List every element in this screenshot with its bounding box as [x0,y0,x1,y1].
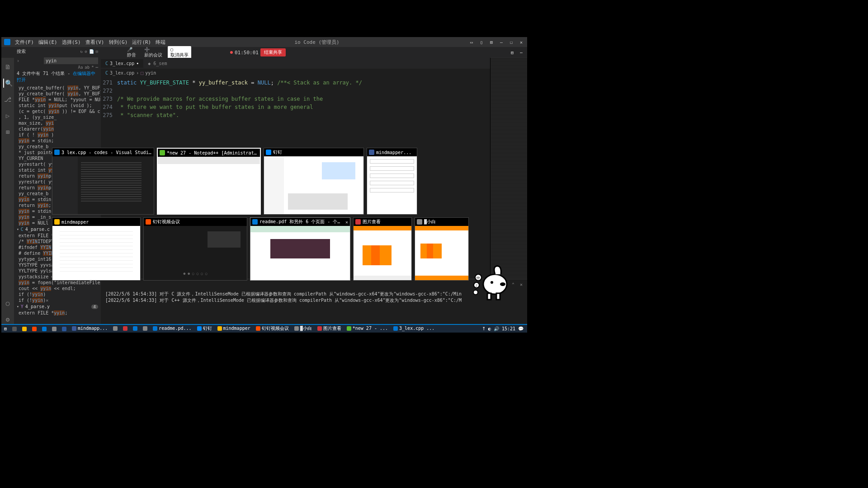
search-result-item[interactable]: yy_create_buffer( yyin, YY_BUF_SIZE ); \ [14,91,101,97]
minimap[interactable] [490,58,527,279]
account-icon[interactable]: ◯ [3,299,12,308]
mute-button[interactable]: 🎤静音 [124,46,139,59]
taskbar-item[interactable]: mindmapp... [69,325,110,333]
menu-view[interactable]: 查看(V) [85,39,104,46]
collapse-icon[interactable]: ⊟ [96,49,98,54]
taskbar-item[interactable] [120,325,130,333]
taskbar-item[interactable]: ⊞ [1,325,9,333]
taskbar-item[interactable] [140,325,150,333]
alttab-thumb[interactable]: readme.pdf 和另外 6 个页面 - 个人 - Mi...✕ [250,217,350,281]
minimize-icon[interactable]: — [498,39,505,45]
search-icon[interactable]: 🔍 [3,79,12,88]
search-result-item[interactable]: , 1, (yy_size_ [14,114,101,120]
taskbar-item[interactable] [59,325,69,333]
search-input[interactable] [44,57,98,64]
share-button[interactable]: ▢取消共享 [168,46,191,59]
alttab-thumb[interactable]: *new 27 - Notepad++ [Administrator] [157,148,261,215]
chevron-right-icon[interactable]: › [17,58,19,63]
taskbar-item[interactable]: mindmapper [215,325,253,333]
taskbar-item[interactable]: 钉钉视频会议 [253,325,292,333]
taskbar-item[interactable] [19,325,29,333]
taskbar-item[interactable] [29,325,39,333]
more-icon[interactable]: ⋯ [96,65,98,70]
search-result-item[interactable]: if (!yyin) [14,291,101,297]
new-file-icon[interactable]: 📄 [89,49,94,54]
gear-icon[interactable]: ⚙ [3,315,12,324]
taskbar-item[interactable] [130,325,140,333]
search-result-item[interactable]: clearerr(yyin [14,126,101,132]
svg-text:中: 中 [476,276,480,280]
split-icon[interactable]: ⊞ [509,49,515,56]
taskbar-item[interactable]: readme.pd... [150,325,194,333]
layout-icon[interactable]: ▭ [468,39,475,45]
menu-file[interactable]: 文件(F) [15,39,34,46]
close-icon[interactable]: ✕ [345,220,348,225]
debug-icon[interactable]: ▷ [3,111,12,120]
tray-icon[interactable]: ⤒ [482,326,486,331]
alttab-thumb[interactable]: 3_lex.cpp - codes - Visual Studio Code..… [52,148,154,215]
breadcrumb[interactable]: C 3_lex.cpp › ⬚ yyin [101,69,490,77]
notification-icon[interactable]: 💬 [518,326,524,331]
menu-run[interactable]: 运行(R) [132,39,151,46]
alttab-thumb[interactable]: mindmapper [52,217,141,281]
taskbar-item[interactable] [39,325,49,333]
alttab-thumb[interactable]: 钉钉视频会议● ● ○ ○ ○ ○ [143,217,247,281]
taskbar-item[interactable]: ▓小白 [292,325,315,333]
menu-edit[interactable]: 编辑(E) [38,39,57,46]
maximize-icon[interactable]: ☐ [508,39,514,45]
taskbar-item[interactable]: 3_lex.cpp ... [391,325,437,333]
explorer-icon[interactable]: 🗎 [3,62,12,71]
taskbar-item[interactable]: *new 27 - ... [344,325,391,333]
search-result-item[interactable]: extern FILE *yyin; [14,310,101,316]
search-result-item[interactable]: static int yyinput (void ); [14,103,101,108]
close-icon[interactable]: ✕ [46,298,48,303]
window-title: io Code (管理员) [295,39,340,46]
taskbar-item[interactable] [9,325,19,333]
search-result-item[interactable]: yy_create_buffer( yyin, YY_BUF_SIZE ); \ [14,85,101,91]
new-meeting-button[interactable]: ➕新的会议 [142,46,165,59]
code-editor[interactable]: 271static YY_BUFFER_STATE * yy_buffer_st… [101,77,490,121]
search-result-item[interactable]: if (!yyin)✕ [14,297,101,303]
search-result-item[interactable]: (c = getc( yyin )) != EOF && c != '\n'; … [14,108,101,114]
tab-3lex[interactable]: C 3_lex.cpp • [101,59,143,68]
search-result-item[interactable]: yyin = stdin; [14,138,101,144]
taskbar-item[interactable]: 钉钉 [194,325,215,333]
search-result-item[interactable]: if ( ! yyin ) [14,132,101,138]
regex-icon[interactable]: * [91,65,94,70]
menu-terminal[interactable]: 终端 [156,39,165,46]
search-result-item[interactable]: FILE *yyin = NULL; *yyout = NULL; [14,97,101,103]
record-dot-icon [230,51,233,54]
close-icon[interactable]: ✕ [520,282,523,287]
search-summary: 4 文件中有 71 个结果 - 在编辑器中打开 [14,70,101,84]
clear-icon[interactable]: ⊘ [85,49,87,54]
layout-icon[interactable]: ⊞ [488,39,495,45]
alttab-thumb[interactable]: 图片查看 [353,217,412,281]
mascot-cartoon: 中 ♪ [470,262,515,307]
alttab-thumb[interactable]: mindmapper... [367,148,417,215]
tray-icon[interactable]: 🔊 [494,326,499,331]
scm-icon[interactable]: ⎇ [3,95,12,104]
menu-selection[interactable]: 选择(S) [62,39,81,46]
search-result-item[interactable]: max_size, yyi [14,120,101,126]
taskbar-item[interactable] [110,325,120,333]
menu-go[interactable]: 转到(G) [109,39,128,46]
tray-icon[interactable]: ◐ [488,326,491,331]
whole-word-icon[interactable]: ab [85,65,90,70]
layout-icon[interactable]: ▯ [478,39,485,45]
close-icon[interactable]: ✕ [518,39,524,45]
taskbar-item[interactable]: 图片查看 [315,325,344,333]
refresh-icon[interactable]: ↻ [80,49,83,54]
clock[interactable]: 15:21 [502,326,515,331]
tab-bar: C 3_lex.cpp • ◆ 6_sem [101,58,490,69]
alttab-thumb[interactable]: 钉钉 [264,148,364,215]
stop-share-button[interactable]: 结束共享 [260,48,286,56]
search-file-header[interactable]: ▾Y 4_parse.y4 [14,303,101,310]
terminal-output[interactable]: [2022/5/6 14:54:33] 对于 C 源文件，IntelliSens… [101,289,527,305]
extensions-icon[interactable]: ⊞ [3,127,12,136]
case-sensitive-icon[interactable]: Aa [78,65,83,70]
taskbar-item[interactable] [49,325,59,333]
cpp-file-icon: C [105,70,108,75]
alttab-thumb[interactable]: ▓小白 [415,217,469,281]
svg-text:♪: ♪ [476,284,477,287]
more-icon[interactable]: ⋯ [518,49,524,56]
